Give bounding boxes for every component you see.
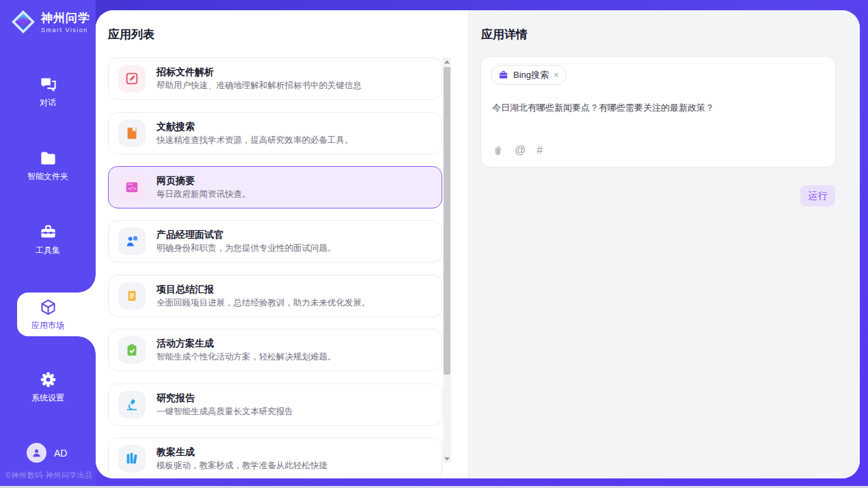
user-avatar-icon bbox=[31, 447, 42, 459]
diamond-logo-icon bbox=[10, 9, 36, 35]
app-icon-tile: </> bbox=[118, 174, 146, 201]
app-detail-panel: 应用详情 Bing搜索 × 今日湖北有哪些新闻要点？有哪些需要关注的最新政策？ … bbox=[468, 10, 860, 478]
app-title: 研究报告 bbox=[157, 393, 293, 403]
sidebar-item-label: 应用市场 bbox=[31, 320, 64, 331]
brand-subtitle: Smart Vision bbox=[41, 27, 90, 33]
cube-icon bbox=[39, 298, 57, 316]
app-title: 文献搜索 bbox=[157, 122, 353, 131]
app-desc: 智能生成个性化活动方案，轻松解决规划难题。 bbox=[157, 353, 336, 362]
web-code-icon: </> bbox=[124, 180, 139, 195]
briefcase-icon bbox=[498, 70, 508, 80]
app-desc: 明确身份和职责，为您提供专业性的面试问题。 bbox=[157, 244, 336, 253]
scrollbar-thumb[interactable] bbox=[444, 67, 450, 375]
run-button[interactable]: 运行 bbox=[800, 185, 835, 206]
app-detail-title: 应用详情 bbox=[481, 27, 528, 42]
sidebar-item-smart-folder[interactable]: 智能文件夹 bbox=[0, 149, 96, 182]
tool-tag-bing-search[interactable]: Bing搜索 × bbox=[491, 65, 567, 85]
report-document-icon bbox=[124, 288, 139, 303]
toolbox-icon bbox=[39, 223, 57, 241]
svg-text:</>: </> bbox=[128, 186, 136, 191]
prompt-card: Bing搜索 × 今日湖北有哪些新闻要点？有哪些需要关注的最新政策？ @ # bbox=[480, 56, 836, 167]
user-name: AD bbox=[54, 448, 67, 459]
app-card-web-summary[interactable]: </> 网页摘要 每日政府新闻资讯快查。 bbox=[108, 166, 442, 208]
app-list-title: 应用列表 bbox=[108, 27, 154, 42]
sidebar-item-settings[interactable]: 系统设置 bbox=[0, 370, 96, 404]
hash-icon[interactable]: # bbox=[537, 144, 543, 157]
app-title: 招标文件解析 bbox=[157, 67, 362, 77]
book-icon bbox=[124, 126, 139, 141]
app-desc: 快速精准查找学术资源，提高研究效率的必备工具。 bbox=[157, 136, 353, 145]
sidebar-item-label: 工具集 bbox=[36, 245, 60, 256]
clipboard-check-icon bbox=[124, 342, 139, 357]
app-desc: 全面回顾项目进展，总结经验教训，助力未来优化发展。 bbox=[157, 299, 370, 308]
app-icon-tile bbox=[118, 336, 146, 364]
app-card-pm-interviewer[interactable]: 产品经理面试官 明确身份和职责，为您提供专业性的面试问题。 bbox=[108, 220, 442, 262]
app-title: 项目总结汇报 bbox=[157, 284, 370, 294]
app-desc: 帮助用户快速、准确地理解和解析招标书中的关键信息 bbox=[157, 81, 362, 90]
sidebar: 神州问学 Smart Vision 对话 智能文件夹 工具集 bbox=[0, 0, 96, 486]
app-list-panel: 应用列表 招标文件解析 帮助用户快速、准确地理解和解析招标书中的关键信息 bbox=[96, 10, 468, 478]
sidebar-item-app-market[interactable]: 应用市场 bbox=[0, 298, 96, 331]
scrollbar-up-arrow[interactable] bbox=[443, 57, 451, 66]
app-card-project-summary[interactable]: 项目总结汇报 全面回顾项目进展，总结经验教训，助力未来优化发展。 bbox=[108, 275, 442, 317]
folder-icon bbox=[39, 149, 57, 167]
close-icon[interactable]: × bbox=[554, 70, 559, 79]
app-title: 活动方案生成 bbox=[157, 338, 336, 348]
app-desc: 每日政府新闻资讯快查。 bbox=[157, 190, 251, 199]
app-icon-tile bbox=[118, 228, 146, 255]
app-desc: 模板驱动，教案秒成，教学准备从此轻松快捷 bbox=[157, 461, 327, 470]
sidebar-item-label: 对话 bbox=[40, 97, 56, 109]
app-title: 网页摘要 bbox=[157, 176, 251, 185]
app-desc: 一键智能生成高质量长文本研究报告 bbox=[157, 407, 293, 416]
app-icon-tile bbox=[118, 282, 146, 310]
app-card-lesson-plan[interactable]: 教案生成 模板驱动，教案秒成，教学准备从此轻松快捷 bbox=[108, 437, 442, 478]
user-account[interactable]: AD bbox=[27, 443, 67, 463]
sidebar-item-label: 智能文件夹 bbox=[27, 171, 68, 182]
gear-icon bbox=[39, 370, 57, 389]
app-icon-tile bbox=[118, 391, 146, 418]
app-title: 产品经理面试官 bbox=[157, 230, 336, 239]
sidebar-item-chat[interactable]: 对话 bbox=[0, 75, 96, 109]
app-card-tender-parse[interactable]: 招标文件解析 帮助用户快速、准确地理解和解析招标书中的关键信息 bbox=[108, 57, 442, 100]
copyright-footer: ©神州数码·神州问学出品 bbox=[5, 470, 93, 480]
app-title: 教案生成 bbox=[157, 447, 327, 457]
brand-logo: 神州问学 Smart Vision bbox=[10, 9, 90, 35]
sidebar-item-toolset[interactable]: 工具集 bbox=[0, 223, 96, 256]
sidebar-item-label: 系统设置 bbox=[31, 392, 64, 404]
books-icon bbox=[124, 451, 139, 466]
active-nav-curve-top bbox=[78, 275, 96, 293]
composer-toolbar: @ # bbox=[492, 144, 543, 157]
app-icon-tile bbox=[118, 65, 146, 92]
app-icon-tile bbox=[118, 120, 146, 147]
chat-icon bbox=[39, 75, 57, 94]
microscope-icon bbox=[124, 397, 139, 412]
interviewer-icon bbox=[124, 234, 139, 249]
brand-name: 神州问学 bbox=[41, 10, 90, 26]
avatar bbox=[27, 443, 46, 463]
attachment-icon[interactable] bbox=[492, 145, 504, 157]
query-input[interactable]: 今日湖北有哪些新闻要点？有哪些需要关注的最新政策？ bbox=[492, 102, 820, 114]
app-card-literature-search[interactable]: 文献搜索 快速精准查找学术资源，提高研究效率的必备工具。 bbox=[108, 112, 442, 154]
tool-tag-label: Bing搜索 bbox=[513, 69, 549, 81]
list-scrollbar[interactable] bbox=[443, 57, 451, 463]
edit-document-icon bbox=[124, 71, 139, 86]
active-nav-curve-bottom bbox=[78, 336, 96, 354]
app-card-event-plan[interactable]: 活动方案生成 智能生成个性化活动方案，轻松解决规划难题。 bbox=[108, 329, 442, 371]
main-content: 应用列表 招标文件解析 帮助用户快速、准确地理解和解析招标书中的关键信息 bbox=[96, 10, 860, 478]
app-icon-tile bbox=[118, 445, 146, 472]
app-card-research-report[interactable]: 研究报告 一键智能生成高质量长文本研究报告 bbox=[108, 383, 442, 426]
mention-icon[interactable]: @ bbox=[515, 144, 526, 157]
scrollbar-down-arrow[interactable] bbox=[443, 455, 451, 463]
